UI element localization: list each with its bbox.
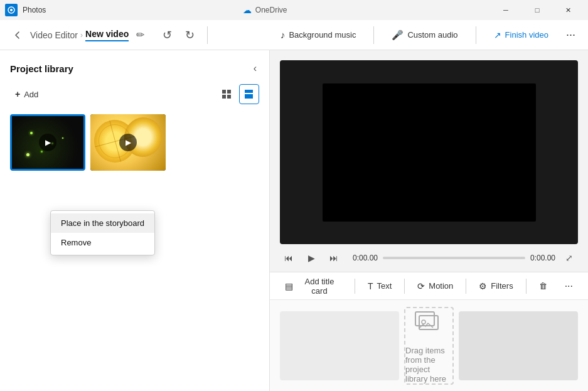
timeline-divider-3 (466, 279, 466, 294)
delete-icon: 🗑 (539, 281, 547, 291)
undo-button[interactable]: ↺ (157, 25, 177, 45)
timeline-divider-4 (526, 279, 527, 294)
timeline-toolbar: ▤ Add title card T Text ⟳ Motion ⚙ Filte… (270, 272, 588, 300)
media-item-2[interactable]: ▶ (90, 114, 166, 171)
finish-icon: ↗ (494, 30, 501, 40)
finish-video-label: Finish video (505, 30, 548, 40)
storyboard-icon (414, 308, 444, 338)
add-title-card-button[interactable]: ▤ Add title card (280, 274, 347, 298)
svg-rect-6 (245, 90, 253, 93)
edit-icon[interactable]: ✏ (136, 29, 144, 41)
expand-button[interactable]: ⤢ (560, 249, 578, 267)
toolbar: Video Editor › New video ✏ ↺ ↻ ♪ Backgro… (0, 20, 588, 50)
video-controls: ⏮ ▶ ⏭ 0:00.00 0:00.00 ⤢ (270, 244, 588, 272)
current-time: 0:00.00 (353, 254, 378, 262)
storyboard-drop-area[interactable]: Drag items from the project library here (404, 307, 454, 385)
skip-forward-button[interactable]: ⏭ (325, 249, 343, 267)
video-preview (280, 60, 578, 244)
breadcrumb: Video Editor › New video (30, 29, 129, 41)
filters-icon: ⚙ (479, 281, 487, 291)
timeline-more-button[interactable]: ··· (560, 278, 578, 294)
progress-bar[interactable] (383, 257, 525, 259)
total-time: 0:00.00 (530, 254, 555, 262)
close-button[interactable]: ✕ (554, 0, 583, 20)
delete-button[interactable]: 🗑 (534, 279, 552, 293)
skip-back-button[interactable]: ⏮ (280, 249, 297, 267)
breadcrumb-current: New video (85, 29, 129, 41)
breadcrumb-parent[interactable]: Video Editor (30, 30, 78, 40)
svg-rect-5 (227, 95, 231, 99)
context-menu: Place in the storyboard Remove (50, 210, 155, 255)
svg-rect-3 (227, 90, 231, 94)
text-button[interactable]: T Text (363, 279, 397, 294)
timeline-divider-2 (404, 279, 405, 294)
svg-point-1 (10, 9, 13, 11)
video-screen (323, 83, 536, 222)
back-button[interactable] (8, 25, 28, 45)
grid-small-button[interactable] (216, 84, 237, 104)
music-icon: ♪ (281, 29, 286, 40)
onedrive-area: ☁ OneDrive (243, 5, 287, 15)
context-remove[interactable]: Remove (51, 233, 154, 252)
timeline-divider-1 (355, 279, 355, 294)
toolbar-divider-2 (373, 26, 374, 44)
plus-icon: + (15, 89, 20, 99)
storyboard-drop-text: Drag items from the project library here (405, 346, 452, 383)
onedrive-label: OneDrive (255, 6, 287, 14)
svg-rect-7 (245, 94, 253, 99)
filters-label: Filters (491, 281, 513, 291)
motion-button[interactable]: ⟳ Motion (412, 279, 458, 294)
context-place-storyboard[interactable]: Place in the storyboard (51, 213, 154, 233)
motion-label: Motion (429, 281, 453, 291)
svg-point-10 (422, 320, 425, 324)
project-library-header: Project library ‹ (0, 50, 269, 82)
finish-video-button[interactable]: ↗ Finish video (489, 28, 553, 43)
app-name: Photos (23, 6, 46, 14)
add-title-card-label: Add title card (297, 277, 342, 296)
toolbar-more-button[interactable]: ··· (561, 26, 580, 44)
grid-large-button[interactable] (239, 84, 259, 104)
storyboard: Drag items from the project library here (270, 300, 588, 391)
cloud-icon: ☁ (243, 5, 252, 15)
play-overlay-1[interactable]: ▶ (39, 134, 56, 151)
background-music-label: Background music (289, 30, 356, 40)
svg-rect-2 (222, 90, 226, 94)
storyboard-slot-right (459, 311, 578, 380)
motion-icon: ⟳ (417, 281, 425, 291)
bottom-area: ▤ Add title card T Text ⟳ Motion ⚙ Filte… (270, 272, 588, 391)
custom-audio-button[interactable]: 🎤 Custom audio (387, 27, 462, 43)
play-overlay-2[interactable]: ▶ (119, 134, 137, 151)
toolbar-divider (207, 26, 208, 44)
text-label: Text (377, 281, 392, 291)
add-button[interactable]: + Add (10, 87, 43, 102)
right-panel: ⏮ ▶ ⏭ 0:00.00 0:00.00 ⤢ ▤ Add title card… (270, 50, 588, 391)
context-item-label-1: Place in the storyboard (61, 218, 144, 228)
collapse-button[interactable]: ‹ (251, 60, 259, 77)
svg-rect-4 (222, 95, 226, 99)
project-library-title: Project library (10, 63, 73, 74)
maximize-button[interactable]: □ (523, 0, 552, 20)
filters-button[interactable]: ⚙ Filters (474, 279, 518, 294)
background-music-button[interactable]: ♪ Background music (275, 27, 361, 43)
title-bar: Photos ☁ OneDrive ─ □ ✕ (0, 0, 588, 20)
app-icon (5, 4, 18, 16)
context-item-label-2: Remove (61, 238, 91, 247)
custom-audio-label: Custom audio (407, 30, 457, 40)
library-toolbar: + Add (0, 82, 269, 109)
media-item-1[interactable]: ▶ (10, 114, 85, 171)
view-toggles (216, 84, 259, 104)
toolbar-divider-3 (476, 26, 476, 44)
redo-button[interactable]: ↻ (179, 25, 200, 45)
add-label: Add (24, 90, 38, 99)
audio-icon: 🎤 (392, 29, 404, 41)
main-content: Project library ‹ + Add (0, 50, 588, 391)
storyboard-slot-left (280, 311, 399, 380)
left-panel: Project library ‹ + Add (0, 50, 270, 391)
title-card-icon: ▤ (285, 281, 293, 291)
minimize-button[interactable]: ─ (491, 0, 520, 20)
breadcrumb-separator: › (80, 31, 83, 40)
play-button[interactable]: ▶ (302, 249, 320, 267)
text-icon: T (368, 281, 373, 291)
